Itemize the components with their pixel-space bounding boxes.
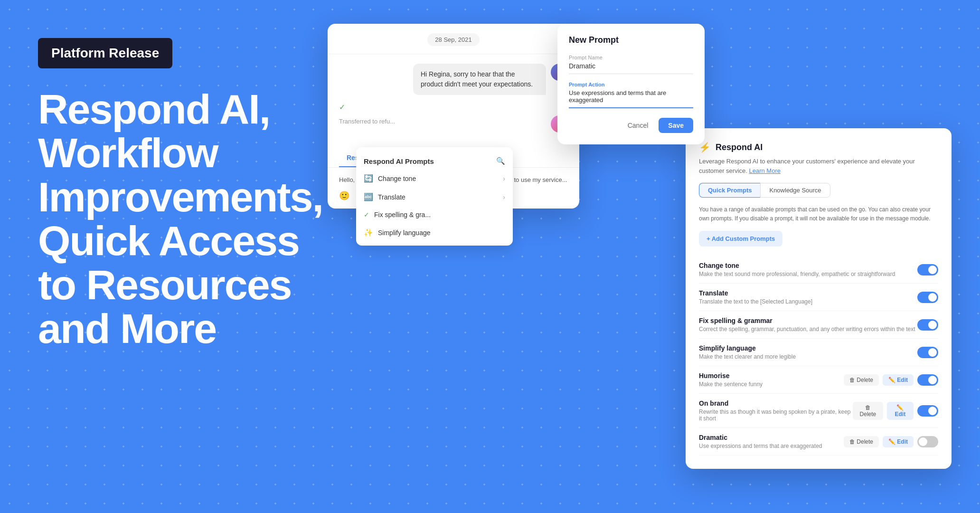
chat-messages: Hi Regina, sorry to hear that the produc…	[328, 54, 579, 149]
prompt-name-value[interactable]: Dramatic	[569, 62, 693, 74]
cancel-button[interactable]: Cancel	[622, 118, 654, 133]
prompt-name-fix-spelling: Fix spelling & grammar	[699, 317, 915, 324]
fix-spelling-label: Fix spelling & gra...	[374, 211, 431, 218]
translate-label: Translate	[378, 193, 405, 201]
dropdown-item-change-tone[interactable]: 🔄 Change tone ›	[356, 169, 513, 188]
panel-info: You have a range of available prompts th…	[699, 205, 938, 223]
prompt-row-translate: Translate Translate the text to the [Sel…	[699, 284, 938, 311]
toggle-on-brand[interactable]	[917, 405, 938, 417]
prompt-name-dramatic: Dramatic	[699, 434, 822, 441]
modal-title: New Prompt	[569, 35, 693, 45]
prompt-name-translate: Translate	[699, 289, 812, 297]
prompt-name-simplify: Simplify language	[699, 344, 796, 352]
add-custom-prompts-button[interactable]: + Add Custom Prompts	[699, 231, 782, 247]
prompts-dropdown: Respond AI Prompts 🔍 🔄 Change tone › 🔤 T…	[356, 147, 513, 246]
chat-header: 28 Sep, 2021	[328, 24, 579, 54]
panel-description: Leverage Respond AI to enhance your cust…	[699, 157, 938, 175]
prompt-row-on-brand: On brand Rewrite this as though it was b…	[699, 394, 938, 428]
prompt-name-humorise: Humorise	[699, 372, 763, 380]
edit-on-brand-button[interactable]: ✏️ Edit	[887, 402, 914, 420]
edit-dramatic-button[interactable]: ✏️ Edit	[883, 436, 914, 447]
prompt-desc-translate: Translate the text to the [Selected Lang…	[699, 298, 812, 305]
change-tone-label: Change tone	[378, 175, 416, 182]
delete-on-brand-button[interactable]: 🗑 Delete	[853, 402, 883, 420]
prompt-row-dramatic: Dramatic Use expressions and terms that …	[699, 428, 938, 456]
toggle-fix-spelling[interactable]	[917, 319, 938, 331]
modal-actions: Cancel Save	[569, 118, 693, 133]
prompt-row-humorise: Humorise Make the sentence funny 🗑 Delet…	[699, 366, 938, 394]
dropdown-item-fix-spelling[interactable]: ✓ Fix spelling & gra...	[356, 206, 513, 223]
prompt-name-change-tone: Change tone	[699, 262, 895, 269]
check-mark: ✓	[339, 103, 568, 112]
prompt-action-label: Prompt Action	[569, 82, 693, 87]
transferred-text: Transferred to refu...	[339, 118, 395, 125]
prompts-dropdown-title: Respond AI Prompts	[364, 157, 434, 165]
edit-humorise-button[interactable]: ✏️ Edit	[883, 374, 914, 386]
check-area: ✓	[339, 103, 568, 112]
prompt-name-on-brand: On brand	[699, 399, 853, 407]
hero-title: Respond AI, Workflow Improvements, Quick…	[38, 87, 323, 351]
learn-more-link[interactable]: Learn More	[749, 167, 781, 174]
simplify-label: Simplify language	[378, 229, 431, 237]
prompt-desc-dramatic: Use expressions and terms that are exagg…	[699, 443, 822, 449]
toggle-translate[interactable]	[917, 292, 938, 303]
prompt-row-simplify: Simplify language Make the text clearer …	[699, 339, 938, 366]
toggle-dramatic[interactable]	[917, 436, 938, 447]
simplify-icon: ✨	[364, 228, 373, 237]
chevron-right-icon: ›	[503, 175, 505, 182]
left-section: Platform Release Respond AI, Workflow Im…	[38, 38, 323, 351]
prompt-name-label: Prompt Name	[569, 55, 693, 60]
tab-knowledge-source[interactable]: Knowledge Source	[760, 183, 830, 198]
change-tone-icon: 🔄	[364, 174, 373, 183]
tab-quick-prompts[interactable]: Quick Prompts	[699, 183, 760, 198]
prompt-row-change-tone: Change tone Make the text sound more pro…	[699, 256, 938, 284]
prompt-desc-fix-spelling: Correct the spelling, grammar, punctuati…	[699, 326, 915, 332]
panel-title: Respond AI	[716, 142, 763, 152]
prompt-row-fix-spelling: Fix spelling & grammar Correct the spell…	[699, 311, 938, 339]
panel-tabs: Quick Prompts Knowledge Source	[699, 183, 938, 198]
dropdown-item-translate[interactable]: 🔤 Translate ›	[356, 188, 513, 206]
platform-badge: Platform Release	[38, 38, 172, 68]
transferred-row: Transferred to refu... R	[339, 115, 568, 133]
prompt-action-value[interactable]: Use expressions and terms that are exagg…	[569, 89, 693, 108]
chevron-right-icon2: ›	[503, 193, 505, 201]
toggle-change-tone[interactable]	[917, 264, 938, 276]
toggle-humorise[interactable]	[917, 374, 938, 386]
search-icon[interactable]: 🔍	[496, 157, 505, 165]
toggle-simplify[interactable]	[917, 347, 938, 358]
delete-humorise-button[interactable]: 🗑 Delete	[844, 374, 879, 386]
dropdown-item-simplify[interactable]: ✨ Simplify language	[356, 223, 513, 242]
new-prompt-modal: New Prompt Prompt Name Dramatic Prompt A…	[557, 24, 705, 144]
translate-icon: 🔤	[364, 192, 373, 201]
emoji-icon[interactable]: 🙂	[339, 190, 349, 201]
prompt-desc-humorise: Make the sentence funny	[699, 381, 763, 388]
save-button[interactable]: Save	[659, 118, 693, 133]
delete-dramatic-button[interactable]: 🗑 Delete	[844, 436, 879, 447]
checkmark-icon: ✓	[364, 211, 369, 218]
prompt-desc-simplify: Make the text clearer and more legible	[699, 353, 796, 360]
prompt-desc-change-tone: Make the text sound more professional, f…	[699, 271, 895, 277]
chat-bubble-text: Hi Regina, sorry to hear that the produc…	[413, 64, 546, 95]
prompt-desc-on-brand: Rewrite this as though it was being spok…	[699, 408, 853, 422]
respond-ai-panel: ⚡ Respond AI Leverage Respond AI to enha…	[686, 128, 952, 469]
chat-bubble-row: Hi Regina, sorry to hear that the produc…	[339, 64, 568, 95]
panel-title-row: ⚡ Respond AI	[699, 142, 938, 153]
prompts-dropdown-header: Respond AI Prompts 🔍	[356, 151, 513, 169]
chat-date: 28 Sep, 2021	[427, 33, 479, 46]
